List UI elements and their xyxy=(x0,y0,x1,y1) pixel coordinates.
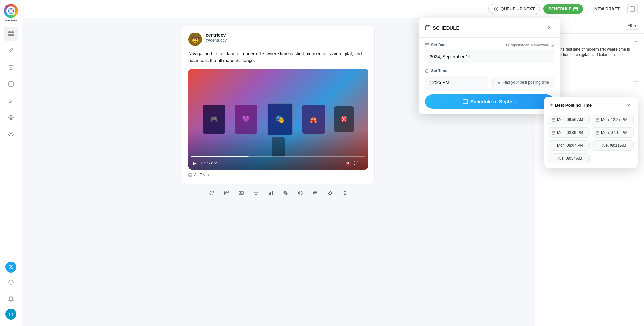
sidebar-item-info[interactable] xyxy=(4,275,18,289)
queue-icon xyxy=(494,7,498,11)
video-controls-left: ▶ 0:17 / 0:51 xyxy=(191,159,218,167)
svg-rect-38 xyxy=(272,191,273,195)
filter-select[interactable]: All xyxy=(625,22,639,30)
sidebar-item-compose[interactable] xyxy=(4,43,18,58)
schedule-modal-header: SCHEDULE × xyxy=(419,18,560,38)
power-icon[interactable] xyxy=(5,309,16,320)
right-post-more[interactable]: ··· xyxy=(635,38,639,44)
svg-rect-22 xyxy=(574,7,578,11)
avatar: 🤠 xyxy=(188,33,202,46)
sidebar-item-settings[interactable] xyxy=(4,127,18,141)
svg-rect-65 xyxy=(596,131,599,134)
svg-rect-69 xyxy=(596,144,599,147)
svg-rect-59 xyxy=(552,118,555,121)
new-draft-button[interactable]: + NEW DRAFT xyxy=(586,4,624,14)
svg-rect-61 xyxy=(596,118,599,121)
schedule-action-button[interactable]: Schedule to Septe... xyxy=(425,94,554,109)
post-card: 🤠 centricov @centricov Navigating the fa… xyxy=(182,26,375,184)
schedule-action-icon xyxy=(463,99,468,104)
right-post-2-more[interactable]: ··· xyxy=(635,79,639,85)
svg-rect-37 xyxy=(270,192,271,195)
btp-close-button[interactable]: × xyxy=(625,101,632,109)
date-label-text: Set Date xyxy=(425,43,447,47)
more-options-button[interactable]: ⋯ xyxy=(361,161,365,166)
toolbar-image[interactable] xyxy=(237,189,246,198)
toolbar-delete[interactable] xyxy=(340,189,349,198)
btp-time-5[interactable]: Mon, 08:07 PM xyxy=(548,140,590,151)
sidebar-item-ai[interactable]: AI xyxy=(4,60,18,74)
schedule-modal-close[interactable]: × xyxy=(545,23,554,32)
toolbar-chart[interactable] xyxy=(266,189,275,198)
schedule-modal-icon xyxy=(425,25,430,30)
video-controls-right: 🔇 ⛶ ⋯ xyxy=(346,161,365,166)
toolbar-refresh[interactable] xyxy=(207,189,216,198)
alt-texts-icon: ALT xyxy=(188,173,192,177)
btp-body: Mon, 09:56 AM Mon, 12:27 PM Mon, 03:09 P… xyxy=(544,113,638,168)
post-text: Navigating the fast lane of modern life:… xyxy=(188,51,368,64)
toolbar-threads[interactable] xyxy=(222,189,231,198)
video-container[interactable]: 🎮 💜 🎭 🎪 🎯 xyxy=(188,69,368,170)
find-best-time-button[interactable]: Find your best posting time xyxy=(492,77,554,88)
play-button[interactable]: ▶ xyxy=(191,159,199,167)
btp-clock-4 xyxy=(596,131,599,135)
btp-time-7[interactable]: Tue, 09:37 AM xyxy=(548,153,590,163)
twitter-icon[interactable] xyxy=(5,262,16,273)
svg-rect-26 xyxy=(630,7,635,11)
btp-star-icon xyxy=(549,103,553,107)
svg-point-55 xyxy=(552,45,553,46)
logo[interactable] xyxy=(4,4,18,18)
svg-text:ALT: ALT xyxy=(189,174,192,176)
btp-clock-3 xyxy=(552,131,555,135)
toolbar-tag[interactable] xyxy=(326,189,335,198)
post-handle: @centricov xyxy=(206,38,368,42)
time-input[interactable]: 12:25 PM xyxy=(425,76,488,89)
btp-time-3[interactable]: Mon, 03:09 PM xyxy=(548,127,590,138)
svg-rect-50 xyxy=(425,43,429,47)
brand-text: circleboomX xyxy=(5,19,17,22)
logo-inner xyxy=(6,6,15,15)
btp-time-1[interactable]: Mon, 09:56 AM xyxy=(548,115,590,125)
alt-texts-label[interactable]: Alt Texts xyxy=(194,173,209,177)
alt-texts-row: ALT Alt Texts xyxy=(188,173,368,177)
btp-time-2[interactable]: Mon, 12:27 PM xyxy=(592,115,634,125)
btp-clock-2 xyxy=(596,118,599,122)
video-overlay: ▶ 0:17 / 0:51 🔇 ⛶ ⋯ xyxy=(188,69,368,170)
schedule-modal-body: Set Date Europe/Istanbul timezone 2024, … xyxy=(419,38,560,114)
mute-button[interactable]: 🔇 xyxy=(346,161,351,166)
sidebar-item-targeting[interactable] xyxy=(4,110,18,125)
queue-up-next-button[interactable]: QUEUE UP NEXT xyxy=(488,4,540,14)
sidebar-nav: AI xyxy=(4,27,18,262)
post-user-info: centricov @centricov xyxy=(206,33,368,42)
sidebar-item-articles[interactable] xyxy=(4,77,18,91)
toolbar-emoji[interactable] xyxy=(296,189,305,198)
fullscreen-button[interactable]: ⛶ xyxy=(354,161,358,166)
time-field-row: Set Time 12:25 PM Find your best posting… xyxy=(425,69,554,89)
svg-point-16 xyxy=(10,117,11,118)
panel-toggle[interactable] xyxy=(627,4,638,14)
svg-rect-30 xyxy=(224,191,226,193)
video-progress-bar[interactable] xyxy=(191,156,365,157)
schedule-modal: SCHEDULE × Set Date xyxy=(419,18,560,114)
sidebar-item-dashboard[interactable] xyxy=(4,27,18,41)
toolbar-poll[interactable] xyxy=(311,189,320,198)
toolbar-location[interactable] xyxy=(251,189,260,198)
topbar-right: QUEUE UP NEXT SCHEDULE + NEW DRAFT xyxy=(488,4,638,14)
btp-time-6[interactable]: Tue, 09:11 AM xyxy=(592,140,634,151)
schedule-icon xyxy=(573,7,578,11)
sidebar-item-rss[interactable] xyxy=(4,94,18,108)
timezone-link[interactable]: Europe/Istanbul timezone xyxy=(506,43,554,47)
svg-rect-46 xyxy=(425,26,430,30)
btp-time-4[interactable]: Mon, 07:15 PM xyxy=(592,127,634,138)
schedule-button[interactable]: SCHEDULE xyxy=(543,4,583,14)
date-display[interactable]: 2024, September 16 xyxy=(425,50,554,63)
clock-icon xyxy=(425,69,429,73)
time-label-text: Set Time xyxy=(425,69,447,73)
svg-point-41 xyxy=(301,192,301,193)
sidebar-item-notifications[interactable] xyxy=(4,292,18,306)
sidebar: circleboomX AI xyxy=(0,0,22,326)
toolbar-retweet[interactable] xyxy=(281,189,290,198)
best-time-popup: Best Posting Time × Mon, 09:56 AM Mon, 1… xyxy=(544,97,638,168)
svg-point-40 xyxy=(299,192,300,193)
svg-point-35 xyxy=(256,192,257,193)
video-progress-fill xyxy=(191,156,249,157)
